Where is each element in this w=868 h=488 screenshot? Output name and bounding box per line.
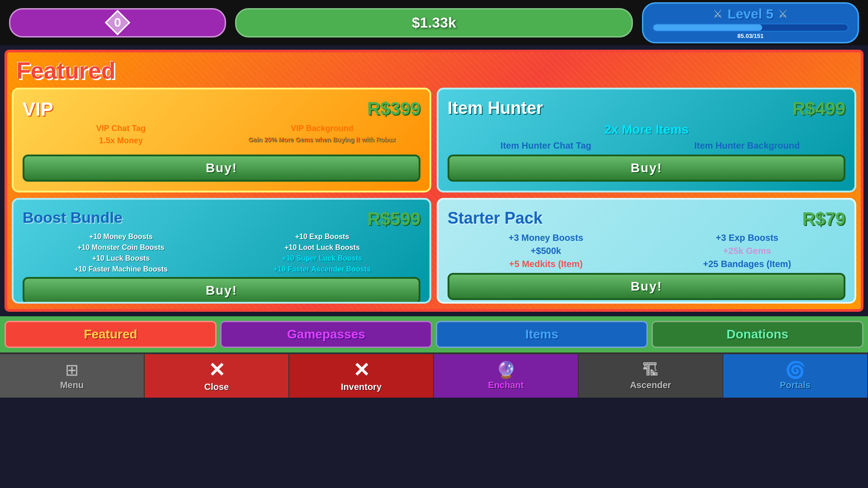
vip-feat-1: VIP Chat Tag [23, 124, 219, 133]
card-starter-header: Starter Pack R$79 [448, 209, 845, 229]
nav-tabs: Featured Gamepasses Items Donations [0, 316, 868, 352]
starter-feat-1: +3 Money Boosts [448, 233, 644, 243]
menu-label: Menu [60, 380, 84, 390]
menu-button[interactable]: ⊞ Menu [0, 354, 145, 398]
boost-feat-7: +10 Super Luck Boosts [224, 254, 420, 263]
card-starter-title: Starter Pack [448, 209, 542, 228]
level-container: ⚔ Level 5 ⚔ 85.03/151 [642, 2, 859, 43]
starter-features-left: +3 Money Boosts +$500k +5 Medkits (Item) [448, 233, 644, 269]
portals-label: Portals [780, 380, 811, 390]
close-icon: ✕ [208, 360, 225, 380]
vip-feat-4: Gain 20% More Gems when Buying it with R… [224, 136, 420, 143]
card-item-hunter-header: Item Hunter R$499 [448, 99, 845, 119]
enchant-icon: 🔮 [496, 362, 516, 378]
level-progress-bar [652, 23, 849, 32]
card-boost-header: Boost Bundle R$599 [23, 209, 420, 229]
featured-title: Featured [16, 57, 856, 84]
starter-features-right: +3 Exp Boosts +25k Gems +25 Bandages (It… [649, 233, 845, 269]
inventory-label: Inventory [341, 382, 382, 392]
inventory-icon: ✕ [353, 360, 370, 380]
main-content: Featured VIP R$399 VIP Chat Tag 1.5x Mon… [5, 50, 863, 312]
item-hunter-features-left: Item Hunter Chat Tag [448, 141, 644, 151]
item-hunter-feat-center: 2x More Items [604, 122, 689, 136]
card-item-hunter: Item Hunter R$499 2x More Items Item Hun… [437, 88, 856, 192]
card-boost-title: Boost Bundle [23, 209, 123, 226]
gem-bar: 0 [9, 8, 226, 38]
level-header: ⚔ Level 5 ⚔ [652, 6, 849, 22]
ascender-icon: 🏗 [642, 362, 659, 378]
card-boost-features: +10 Money Boosts +10 Monster Coin Boosts… [23, 233, 420, 273]
level-progress-fill [653, 24, 762, 31]
card-item-hunter-title: Item Hunter [448, 99, 543, 118]
portals-icon: 🌀 [785, 362, 806, 378]
swords-icon: ⚔ [713, 8, 723, 20]
portals-button[interactable]: 🌀 Portals [723, 354, 868, 398]
card-boost-bundle: Boost Bundle R$599 +10 Money Boosts +10 … [12, 198, 431, 304]
boost-feat-3: +10 Luck Boosts [23, 254, 219, 263]
item-hunter-feat-1: Item Hunter Chat Tag [448, 141, 644, 151]
inventory-button[interactable]: ✕ Inventory [289, 354, 434, 398]
item-hunter-feat-2: Item Hunter Background [649, 141, 845, 151]
boost-feat-4: +10 Faster Machine Boosts [23, 265, 219, 273]
card-vip-price: R$399 [367, 99, 420, 119]
buy-item-hunter-button[interactable]: Buy! [448, 155, 845, 182]
ascender-label: Ascender [630, 380, 671, 390]
buy-boost-button[interactable]: Buy! [23, 277, 420, 304]
boost-feat-2: +10 Monster Coin Boosts [23, 244, 219, 252]
boost-feat-6: +10 Loot Luck Boosts [224, 244, 420, 252]
starter-feat-5: +25k Gems [649, 246, 845, 256]
boost-features-right: +10 Exp Boosts +10 Loot Luck Boosts +10 … [224, 233, 420, 273]
tab-donations[interactable]: Donations [651, 321, 863, 348]
buy-vip-button[interactable]: Buy! [23, 155, 420, 182]
starter-feat-6: +25 Bandages (Item) [649, 259, 845, 269]
starter-feat-2: +$500k [448, 246, 644, 256]
vip-feat-2: 1.5x Money [23, 136, 219, 145]
close-button[interactable]: ✕ Close [145, 354, 289, 398]
gem-count: 0 [114, 15, 121, 30]
vip-features-right: VIP Background Gain 20% More Gems when B… [224, 124, 420, 151]
buy-starter-button[interactable]: Buy! [448, 273, 845, 300]
top-bar: 0 $1.33k ⚔ Level 5 ⚔ 85.03/151 [0, 0, 868, 45]
card-item-hunter-features: Item Hunter Chat Tag Item Hunter Backgro… [448, 141, 845, 151]
boost-feat-5: +10 Exp Boosts [224, 233, 420, 241]
level-text: Level 5 [727, 6, 774, 22]
money-bar: $1.33k [235, 8, 633, 38]
card-starter-price: R$79 [802, 209, 845, 229]
menu-icon: ⊞ [65, 362, 79, 378]
vip-features-left: VIP Chat Tag 1.5x Money [23, 124, 219, 151]
boost-feat-8: +10 Faster Ascender Boosts [224, 265, 420, 273]
item-hunter-features-right: Item Hunter Background [649, 141, 845, 151]
vip-feat-3: VIP Background [224, 124, 420, 133]
level-progress-text: 85.03/151 [737, 33, 764, 39]
swords-icon-right: ⚔ [778, 8, 788, 20]
tab-featured[interactable]: Featured [5, 321, 217, 348]
tab-items[interactable]: Items [436, 321, 648, 348]
card-vip: VIP R$399 VIP Chat Tag 1.5x Money VIP Ba… [12, 88, 431, 192]
card-vip-header: VIP R$399 [23, 99, 420, 120]
close-label: Close [204, 382, 229, 392]
enchant-label: Enchant [488, 380, 524, 390]
card-starter-features: +3 Money Boosts +$500k +5 Medkits (Item)… [448, 233, 845, 269]
card-vip-features: VIP Chat Tag 1.5x Money VIP Background G… [23, 124, 420, 151]
money-value: $1.33k [412, 14, 456, 31]
card-boost-price: R$599 [367, 209, 420, 229]
card-item-hunter-price: R$499 [792, 99, 845, 119]
boost-features-left: +10 Money Boosts +10 Monster Coin Boosts… [23, 233, 219, 273]
starter-feat-4: +3 Exp Boosts [649, 233, 845, 243]
card-starter-pack: Starter Pack R$79 +3 Money Boosts +$500k… [437, 198, 856, 304]
bottom-nav: ⊞ Menu ✕ Close ✕ Inventory 🔮 Enchant 🏗 A… [0, 352, 868, 398]
enchant-button[interactable]: 🔮 Enchant [434, 354, 579, 398]
ascender-button[interactable]: 🏗 Ascender [579, 354, 723, 398]
starter-feat-3: +5 Medkits (Item) [448, 259, 644, 269]
boost-feat-1: +10 Money Boosts [23, 233, 219, 241]
card-vip-title: VIP [23, 99, 53, 120]
item-hunter-center-feat: 2x More Items [448, 122, 845, 137]
cards-grid: VIP R$399 VIP Chat Tag 1.5x Money VIP Ba… [12, 88, 856, 304]
tab-gamepasses[interactable]: Gamepasses [220, 321, 432, 348]
